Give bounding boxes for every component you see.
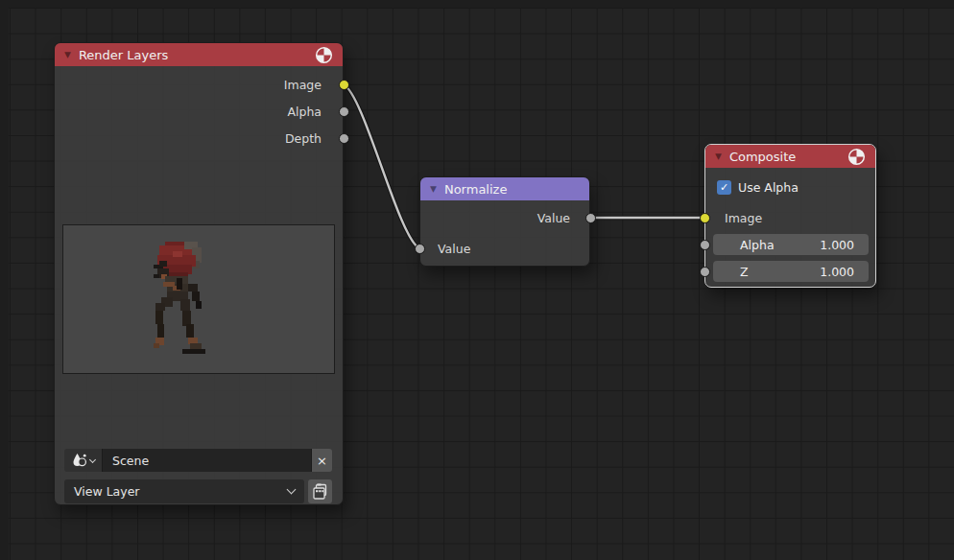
z-field-value: 1.000: [820, 265, 854, 279]
render-result-icon: [315, 46, 333, 64]
output-socket-depth[interactable]: [339, 133, 349, 144]
output-label-image: Image: [284, 77, 322, 94]
close-icon: ×: [317, 454, 327, 468]
alpha-field-label: Alpha: [740, 238, 775, 252]
unlink-scene-button[interactable]: ×: [311, 449, 332, 472]
output-label-depth: Depth: [285, 130, 322, 148]
alpha-field-value: 1.000: [820, 238, 854, 252]
node-title-composite: Composite: [729, 150, 840, 164]
input-socket-value[interactable]: [415, 244, 425, 254]
output-socket-value[interactable]: [585, 213, 596, 223]
check-icon: ✓: [720, 181, 728, 194]
use-alpha-row: ✓ Use Alpha: [717, 178, 799, 196]
z-value-field[interactable]: Z 1.000: [713, 261, 869, 282]
output-label-value: Value: [537, 210, 570, 227]
node-render-layers[interactable]: ▼ Render Layers Image Alpha Depth: [54, 42, 344, 505]
recalculate-view-layer-button[interactable]: [308, 479, 332, 503]
node-header-composite[interactable]: ▼ Composite: [705, 145, 875, 168]
use-alpha-label: Use Alpha: [738, 180, 799, 195]
node-title-render-layers: Render Layers: [79, 48, 307, 62]
scene-icon: [72, 453, 87, 468]
node-title-normalize: Normalize: [444, 182, 580, 197]
chevron-down-icon: [88, 455, 95, 462]
render-layers-icon: [312, 483, 328, 500]
z-field-label: Z: [740, 265, 749, 279]
alpha-value-field[interactable]: Alpha 1.000: [713, 234, 869, 255]
node-normalize[interactable]: ▼ Normalize Value Value: [419, 176, 590, 267]
collapse-icon[interactable]: ▼: [430, 177, 437, 200]
input-socket-image[interactable]: [700, 213, 710, 223]
scene-selector-row: Scene ×: [64, 449, 332, 472]
input-socket-z[interactable]: [700, 267, 710, 277]
scene-datablock-button[interactable]: [64, 449, 102, 472]
collapse-icon[interactable]: ▼: [715, 145, 722, 168]
collapse-icon[interactable]: ▼: [64, 43, 71, 66]
input-label-image: Image: [725, 210, 762, 227]
link-image-to-normalize[interactable]: [344, 84, 419, 248]
use-alpha-checkbox[interactable]: ✓: [717, 180, 731, 195]
input-socket-alpha[interactable]: [700, 240, 710, 250]
node-editor-canvas[interactable]: ▼ Render Layers Image Alpha Depth: [0, 0, 954, 560]
render-preview-image: [62, 224, 335, 374]
view-layer-value: View Layer: [74, 484, 140, 499]
node-header-normalize[interactable]: ▼ Normalize: [420, 177, 589, 200]
preview-character-art: [152, 242, 219, 359]
node-header-render-layers[interactable]: ▼ Render Layers: [55, 43, 343, 66]
output-socket-alpha[interactable]: [339, 106, 349, 117]
output-label-alpha: Alpha: [287, 104, 322, 121]
view-layer-dropdown[interactable]: View Layer: [64, 479, 304, 503]
scene-name-field[interactable]: Scene: [102, 449, 311, 472]
render-result-icon: [847, 148, 866, 166]
view-layer-row: View Layer: [64, 479, 332, 503]
chevron-down-icon: [287, 485, 297, 495]
node-composite[interactable]: ▼ Composite ✓ Use Alpha Image Alpha 1.00…: [704, 144, 876, 288]
input-label-value: Value: [438, 241, 470, 258]
output-socket-image[interactable]: [339, 80, 349, 90]
